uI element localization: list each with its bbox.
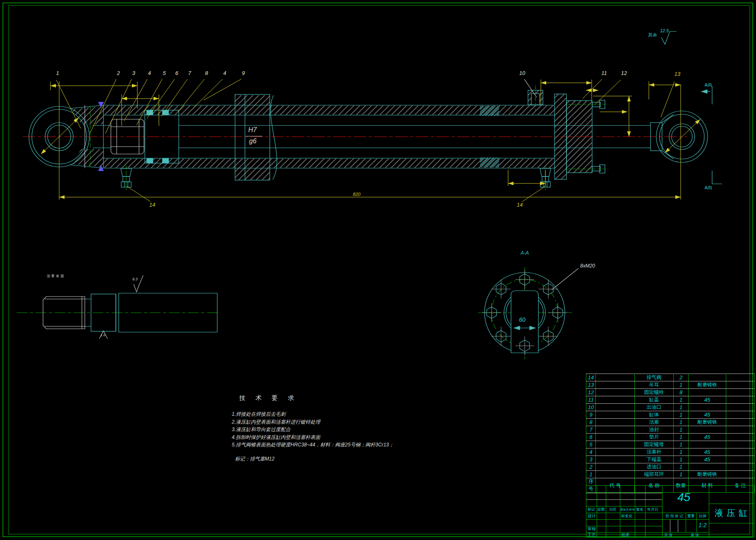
- callout-9: 9: [242, 70, 245, 76]
- title-grid-line: [678, 519, 678, 532]
- parts-cell-mat: [689, 463, 726, 471]
- callout-5: 5: [163, 70, 166, 76]
- parts-cell-qty: 2: [674, 374, 689, 381]
- parts-cell-mat: 45: [689, 456, 726, 463]
- parts-cell-mat: 耐磨铸铁: [689, 419, 726, 426]
- title-grid-line: [620, 486, 620, 538]
- parts-row: 5固定螺母1: [586, 441, 755, 448]
- callout-14-right: 14: [517, 202, 523, 207]
- parts-cell-note: [726, 441, 755, 448]
- parts-cell-note: [726, 448, 755, 456]
- title-grid-line: [586, 526, 662, 526]
- parts-cell-code: [596, 411, 635, 419]
- label-total-sheets: 共 张: [664, 533, 673, 537]
- parts-cell-no: 14: [586, 374, 596, 381]
- parts-cell-name: 垫片: [635, 434, 674, 441]
- label-zone: 分区: [609, 508, 617, 511]
- callout-7: 7: [188, 70, 191, 76]
- parts-cell-note: [726, 456, 755, 463]
- view-direction-marks: [661, 31, 722, 184]
- label-approve: 批准: [621, 533, 629, 537]
- dimension-lines: [41, 79, 700, 202]
- tech-line-5: 5.排气阀锥表面热处理硬度HRC38~44，材料：阀座25号钢；阀杆3Cr13；: [232, 442, 394, 447]
- parts-cell-mat: 45: [689, 434, 726, 441]
- callout-4b: 4: [223, 70, 226, 76]
- general-roughness-prefix: 其余: [648, 33, 657, 37]
- title-grid-line: [645, 486, 646, 538]
- parts-cell-no: 13: [586, 381, 596, 389]
- view-direction-bottom: A向: [705, 186, 712, 190]
- callout-6: 6: [175, 70, 178, 76]
- title-block: 标记 处数 分区 更改文件号 签名 年月日 设计 标准化 审核 工艺 批准 阶段…: [586, 485, 754, 538]
- parts-cell-name: 油封: [635, 426, 674, 434]
- parts-cell-name: 吊耳: [635, 381, 674, 389]
- parts-cell-note: [726, 471, 755, 478]
- label-scale: 比例: [699, 514, 706, 518]
- main-assembly-outline: [29, 90, 708, 187]
- parts-cell-no: 11: [586, 396, 596, 404]
- parts-cell-note: [726, 434, 755, 441]
- parts-cell-qty: 1: [674, 463, 689, 471]
- parts-cell-code: [596, 389, 635, 396]
- parts-cell-mat: 45: [689, 411, 726, 419]
- title-grid-line: [686, 513, 686, 532]
- parts-cell-no: 8: [586, 419, 596, 426]
- parts-cell-name: 出油口: [635, 404, 674, 411]
- parts-cell-qty: 1: [674, 396, 689, 404]
- title-grid-line: [696, 513, 697, 532]
- flange-bolt-note: 8xM20: [580, 263, 595, 268]
- title-grid-line: [586, 519, 709, 520]
- parts-cell-mat: [689, 426, 726, 434]
- title-grid-line: [586, 532, 709, 533]
- parts-row: 10出油口1: [586, 404, 755, 411]
- title-grid-line: [662, 486, 662, 538]
- parts-row: 9缸体145: [586, 411, 755, 419]
- parts-cell-mat: 45: [689, 396, 726, 404]
- cad-drawing-canvas: 其余 12.5 H7 g6 1 2 3 4 5 6 7 8 4 9 10 11 …: [0, 0, 756, 540]
- parts-cell-qty: 1: [674, 381, 689, 389]
- general-roughness-value: 12.5: [660, 29, 669, 33]
- callout-13: 13: [674, 71, 680, 77]
- parts-cell-qty: 1: [674, 426, 689, 434]
- parts-cell-name: 活塞杆: [635, 448, 674, 456]
- parts-cell-name: 下端盖: [635, 456, 674, 463]
- label-stage-mark: 阶段标记: [666, 514, 684, 518]
- parts-cell-mat: [689, 441, 726, 448]
- label-count: 处数: [598, 508, 605, 511]
- parts-row: 14排气阀2: [586, 374, 755, 381]
- parts-cell-no: 12: [586, 389, 596, 396]
- label-weight: 重量: [687, 514, 695, 518]
- parts-cell-no: 2: [586, 463, 596, 471]
- parts-cell-mat: 耐磨铸铁: [689, 471, 726, 478]
- fit-upper: H7: [248, 127, 257, 133]
- parts-row: 1端部耳环1耐磨铸铁: [586, 471, 755, 478]
- title-grid-line: [586, 513, 709, 513]
- tech-requirements-heading: 技 术 要 求: [239, 395, 298, 401]
- parts-row: 4活塞杆145: [586, 448, 755, 456]
- parts-cell-code: [596, 404, 635, 411]
- parts-cell-no: 9: [586, 411, 596, 419]
- parts-cell-note: [726, 463, 755, 471]
- title-grid-line: [586, 493, 662, 493]
- parts-cell-qty: 1: [674, 434, 689, 441]
- title-grid-line: [709, 486, 709, 538]
- section-label: A-A: [521, 251, 529, 256]
- parts-cell-no: 4: [586, 448, 596, 456]
- tech-mark-note: 标记：排气塞M12: [235, 456, 274, 461]
- parts-cell-mat: 45: [689, 448, 726, 456]
- label-standard: 标准化: [621, 514, 632, 518]
- parts-cell-code: [596, 441, 635, 448]
- parts-row: 11缸盖145: [586, 396, 755, 404]
- parts-cell-code: [596, 463, 635, 471]
- parts-cell-code: [596, 456, 635, 463]
- label-audit: 审核: [588, 527, 596, 531]
- parts-cell-no: 10: [586, 404, 596, 411]
- label-design: 设计: [588, 514, 596, 518]
- parts-cell-code: [596, 374, 635, 381]
- parts-cell-code: [596, 471, 635, 478]
- title-grid-line: [709, 523, 755, 523]
- flange-dimension: 60: [519, 317, 526, 323]
- parts-cell-mat: [689, 389, 726, 396]
- parts-row: 13吊耳1耐磨铸铁: [586, 381, 755, 389]
- tech-line-4: 4.拆卸时保护好液压缸内壁和活塞杆表面: [232, 435, 320, 440]
